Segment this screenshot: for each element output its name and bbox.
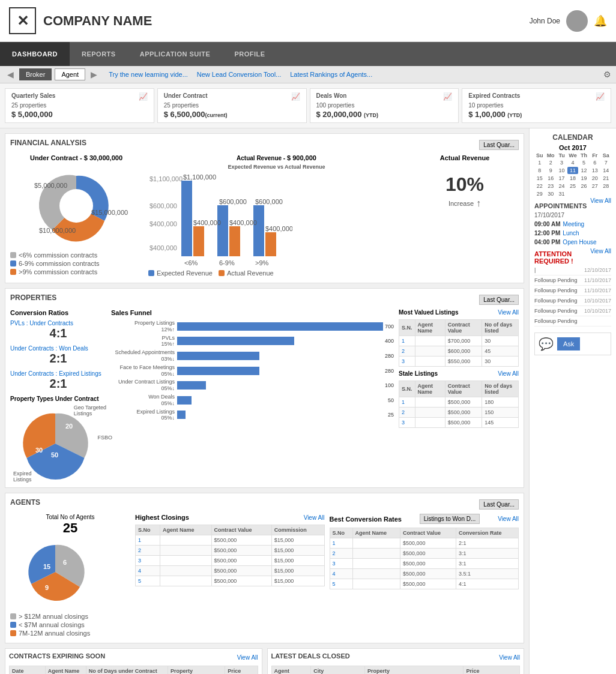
cal-day-7[interactable]: 7 xyxy=(601,159,611,166)
cal-day-13[interactable]: 13 xyxy=(590,167,600,174)
bcr-value-3: $500,000 xyxy=(400,559,456,569)
cl-sn-1[interactable]: 1 xyxy=(136,535,160,546)
cl-row-3: 3$500,000$15,000 xyxy=(136,556,325,566)
stale-view-all[interactable]: View All xyxy=(498,370,519,377)
cal-day-10[interactable]: 10 xyxy=(557,167,567,174)
cal-day-5[interactable]: 5 xyxy=(579,159,589,166)
mv-row-1: 1 $700,000 30 xyxy=(399,336,519,346)
settings-icon[interactable]: ⚙ xyxy=(603,70,611,79)
nav-reports[interactable]: REPORTS xyxy=(70,42,128,66)
svg-text:>9%: >9% xyxy=(255,259,269,266)
mv-sn-2[interactable]: 2 xyxy=(399,346,415,357)
ce-agent-header: Agent Name xyxy=(45,666,86,675)
funnel-label-1: PVLs15%↑ xyxy=(111,335,177,348)
link-learning[interactable]: Try the new learning vide... xyxy=(109,71,188,78)
cal-day-23[interactable]: 23 xyxy=(545,182,555,190)
cal-day-8[interactable]: 8 xyxy=(534,167,545,174)
bcr-sn-2[interactable]: 2 xyxy=(330,549,352,559)
cal-day-30[interactable]: 30 xyxy=(545,190,555,197)
cal-day-6[interactable]: 6 xyxy=(590,159,600,166)
cal-day-18[interactable]: 18 xyxy=(567,175,578,182)
appt-desc-1[interactable]: Meeting xyxy=(563,221,585,227)
cl-sn-3[interactable]: 3 xyxy=(136,556,160,566)
agents-filter[interactable]: Last Quar... xyxy=(479,499,519,510)
bcr-sn-4[interactable]: 4 xyxy=(330,569,352,579)
mv-sn-3[interactable]: 3 xyxy=(399,357,415,367)
mv-days-2: 45 xyxy=(482,346,519,357)
cal-day-29[interactable]: 29 xyxy=(534,190,545,197)
cal-day-26[interactable]: 26 xyxy=(579,182,589,190)
financial-filter[interactable]: Last Quar... xyxy=(479,140,519,150)
appts-view-all[interactable]: View All xyxy=(590,248,611,254)
bell-icon[interactable]: 🔔 xyxy=(594,14,607,28)
cal-day-31[interactable]: 31 xyxy=(557,190,567,197)
cl-sn-4[interactable]: 4 xyxy=(136,566,160,576)
cal-day-24[interactable]: 24 xyxy=(557,182,567,190)
cal-day-3[interactable]: 3 xyxy=(557,159,567,166)
mv-row-3: 3 $550,000 30 xyxy=(399,357,519,367)
next-arrow[interactable]: ▶ xyxy=(88,70,100,79)
bcr-sn-1[interactable]: 1 xyxy=(330,538,352,549)
ask-button[interactable]: Ask xyxy=(557,337,580,351)
cal-day-25[interactable]: 25 xyxy=(567,182,578,190)
bcr-sn-3[interactable]: 3 xyxy=(330,559,352,569)
nav-profile[interactable]: PROFILE xyxy=(222,42,277,66)
ce-view-all[interactable]: View All xyxy=(237,654,258,661)
cal-day-28[interactable]: 28 xyxy=(601,182,611,190)
svg-rect-15 xyxy=(265,232,276,256)
cl-sn-header: S.No xyxy=(136,525,160,535)
fin-header: FINANCIAL ANALYSIS Last Quar... xyxy=(10,139,519,151)
cal-day-11[interactable]: 11 xyxy=(567,167,578,174)
conv-pvl-label: PVLs : Under Contracts xyxy=(10,320,106,326)
cal-day-20[interactable]: 20 xyxy=(590,175,600,182)
sl-sn-1[interactable]: 1 xyxy=(399,397,415,408)
cal-view-all[interactable]: View All xyxy=(590,197,611,204)
cal-day-22[interactable]: 22 xyxy=(534,182,545,190)
nav-dashboard[interactable]: DASHBOARD xyxy=(0,42,70,66)
cal-day-27[interactable]: 27 xyxy=(590,182,600,190)
nav-application-suite[interactable]: APPLICATION SUITE xyxy=(128,42,223,66)
mv-agent-3 xyxy=(415,357,445,367)
attn-date-4: 10/10/2017 xyxy=(584,308,611,314)
avatar xyxy=(566,10,588,32)
appt-desc-3[interactable]: Open House xyxy=(563,239,596,245)
link-lead[interactable]: New Lead Conversion Tool... xyxy=(197,71,281,78)
link-rankings[interactable]: Latest Rankings of Agents... xyxy=(290,71,372,78)
properties-filter[interactable]: Last Quar... xyxy=(479,295,519,305)
bcr-rate-2: 3:1 xyxy=(456,549,518,559)
cl-sn-2[interactable]: 2 xyxy=(136,546,160,556)
agent-tab[interactable]: Agent xyxy=(55,68,85,80)
cal-day-4[interactable]: 4 xyxy=(567,159,578,166)
cal-day-9[interactable]: 9 xyxy=(545,167,555,174)
cal-day-15[interactable]: 15 xyxy=(534,175,545,182)
svg-text:$600,000: $600,000 xyxy=(149,202,177,209)
ld-view-all[interactable]: View All xyxy=(499,654,520,661)
cal-day-2[interactable]: 2 xyxy=(545,159,555,166)
cal-day-16[interactable]: 16 xyxy=(545,175,555,182)
cal-day-12[interactable]: 12 xyxy=(579,167,589,174)
fsbo-label: FSBO xyxy=(97,435,112,441)
cal-day-17[interactable]: 17 xyxy=(557,175,567,182)
prev-arrow[interactable]: ◀ xyxy=(5,70,16,79)
broker-agent-bar: ◀ Broker Agent ▶ Try the new learning vi… xyxy=(0,66,616,83)
cal-day-21[interactable]: 21 xyxy=(601,175,611,182)
cl-value-4: $500,000 xyxy=(211,566,271,576)
bcr-sn-5[interactable]: 5 xyxy=(330,579,352,589)
broker-tab[interactable]: Broker xyxy=(19,68,52,80)
bcr-filter[interactable]: Listings to Won D... xyxy=(420,514,480,524)
cl-sn-5[interactable]: 5 xyxy=(136,576,160,586)
cal-day-19[interactable]: 19 xyxy=(579,175,589,182)
sl-sn-2[interactable]: 2 xyxy=(399,408,415,418)
stale-title: Stale Listings xyxy=(399,370,438,377)
cal-day-14[interactable]: 14 xyxy=(601,167,611,174)
closings-view-all[interactable]: View All xyxy=(304,514,325,521)
most-valued-view-all[interactable]: View All xyxy=(498,309,519,316)
mv-agent-2 xyxy=(415,346,445,357)
mv-sn-1[interactable]: 1 xyxy=(399,336,415,346)
bcr-view-all[interactable]: View All xyxy=(498,516,519,522)
svg-text:$400,000: $400,000 xyxy=(265,225,292,232)
sl-sn-3[interactable]: 3 xyxy=(399,418,415,428)
cl-comm-5: $15,000 xyxy=(271,576,324,586)
appt-desc-2[interactable]: Lunch xyxy=(563,230,579,236)
funnel-val-4: 100 xyxy=(385,382,394,388)
